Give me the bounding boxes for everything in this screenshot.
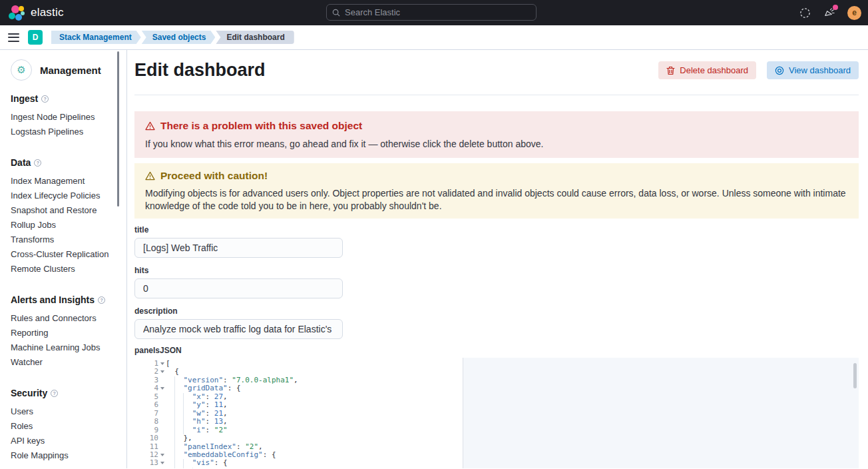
code-text: { (165, 368, 179, 376)
code-text: "colors": { (165, 468, 250, 468)
header-divider (134, 95, 859, 95)
menu-icon[interactable] (8, 33, 19, 42)
trash-icon (666, 66, 675, 75)
field-label: hits (134, 266, 859, 276)
line-number: 8 (134, 418, 165, 426)
sidebar-item-cross-cluster-replication[interactable]: Cross-Cluster Replication (11, 247, 121, 262)
warning-callout: Proceed with caution! Modifying objects … (134, 163, 859, 219)
code-line: 10}, (134, 434, 859, 442)
line-number: 5 (134, 393, 165, 401)
code-line: 14"colors": { (134, 468, 859, 468)
header-actions: e (798, 0, 861, 25)
user-avatar[interactable]: e (847, 6, 861, 20)
code-text: "gridData": { (165, 384, 241, 392)
sidebar-item-logstash-pipelines[interactable]: Logstash Pipelines (11, 125, 121, 139)
fold-arrow-icon[interactable] (160, 362, 164, 365)
field-label: title (134, 225, 859, 235)
sidebar-item-roles[interactable]: Roles (11, 419, 121, 434)
fold-arrow-icon[interactable] (160, 462, 164, 464)
sidebar-section-security: Security?UsersRolesAPI keysRole Mappings (11, 387, 121, 463)
code-text: }, (165, 434, 192, 442)
notification-dot (833, 5, 838, 10)
code-line: 3"version": "7.0.0-alpha1", (134, 376, 859, 384)
code-line: 9"i": "2" (134, 426, 859, 434)
line-number: 4 (134, 384, 165, 392)
sidebar-item-role-mappings[interactable]: Role Mappings (11, 448, 121, 463)
code-line: 8"h": 13, (134, 418, 859, 426)
brand-name: elastic (31, 6, 64, 19)
space-badge[interactable]: D (28, 30, 43, 45)
sidebar-header: ⚙ Management (11, 59, 121, 81)
sidebar-item-index-management[interactable]: Index Management (11, 174, 121, 189)
error-callout-title: There is a problem with this saved objec… (160, 120, 362, 132)
code-text: "i": "2" (165, 426, 228, 434)
sidebar-item-reporting[interactable]: Reporting (11, 326, 121, 340)
line-number: 10 (134, 434, 165, 442)
sidebar-section-ingest: Ingest?Ingest Node PipelinesLogstash Pip… (11, 93, 121, 139)
view-dashboard-button[interactable]: View dashboard (767, 61, 859, 79)
error-callout: There is a problem with this saved objec… (134, 111, 859, 158)
hits-input[interactable] (134, 278, 343, 298)
code-line: 1[ (134, 360, 859, 368)
alert-icon (145, 121, 155, 131)
sidebar-item-transforms[interactable]: Transforms (11, 233, 121, 247)
help-icon: ? (98, 296, 105, 304)
fold-arrow-icon[interactable] (160, 387, 164, 390)
sidebar-item-ingest-node-pipelines[interactable]: Ingest Node Pipelines (11, 110, 121, 125)
description-input[interactable] (134, 319, 343, 339)
sidebar-item-snapshot-and-restore[interactable]: Snapshot and Restore (11, 203, 121, 218)
sidebar-scrollbar[interactable] (117, 51, 119, 207)
line-number: 2 (134, 368, 165, 376)
error-callout-body: If you know what this error means, go ah… (145, 139, 848, 150)
help-icon[interactable] (798, 6, 811, 19)
section-heading: Alerts and Insights? (11, 294, 121, 306)
panelsjson-code-editor[interactable]: 1[2{3"version": "7.0.0-alpha1",4"gridDat… (134, 358, 859, 468)
help-icon: ? (34, 159, 41, 167)
sidebar-item-api-keys[interactable]: API keys (11, 434, 121, 448)
code-text: "h": 13, (165, 418, 228, 426)
kibana-app: elastic e (0, 0, 868, 469)
code-line: 5"x": 27, (134, 393, 859, 401)
sidebar-item-remote-clusters[interactable]: Remote Clusters (11, 262, 121, 276)
warning-callout-title: Proceed with caution! (160, 170, 268, 182)
sidebar-item-rollup-jobs[interactable]: Rollup Jobs (11, 218, 121, 233)
warning-icon (145, 171, 155, 181)
warning-callout-body: Modifying objects is for advanced users … (145, 187, 848, 213)
breadcrumb-saved-objects[interactable]: Saved objects (142, 31, 216, 44)
field-row-hits: hits (134, 266, 859, 298)
sidebar-item-rules-and-connectors[interactable]: Rules and Connectors (11, 311, 121, 326)
fold-arrow-icon[interactable] (160, 454, 164, 456)
sidebar-item-watcher[interactable]: Watcher (11, 355, 121, 370)
section-heading: Security? (11, 387, 121, 399)
breadcrumb: Stack ManagementSaved objectsEdit dashbo… (51, 31, 295, 44)
eye-icon (775, 66, 784, 75)
help-icon: ? (51, 390, 58, 397)
sidebar-item-users[interactable]: Users (11, 404, 121, 419)
sidebar-item-index-lifecycle-policies[interactable]: Index Lifecycle Policies (11, 189, 121, 203)
delete-dashboard-button[interactable]: Delete dashboard (658, 61, 756, 79)
code-text: [ (165, 360, 170, 368)
newsfeed-icon[interactable] (823, 6, 836, 19)
field-row-description: description (134, 306, 859, 339)
breadcrumb-stack-management[interactable]: Stack Management (51, 31, 141, 44)
line-number: 3 (134, 376, 165, 384)
line-number: 1 (134, 360, 165, 368)
breadcrumb-bar: D Stack ManagementSaved objectsEdit dash… (0, 25, 868, 50)
breadcrumb-edit-dashboard[interactable]: Edit dashboard (216, 31, 294, 44)
panelsjson-label: panelsJSON (134, 346, 859, 356)
code-text: "y": 11, (165, 401, 228, 409)
fold-arrow-icon[interactable] (160, 370, 164, 373)
management-sidebar: ⚙ Management Ingest?Ingest Node Pipeline… (0, 50, 127, 468)
sidebar-item-machine-learning-jobs[interactable]: Machine Learning Jobs (11, 340, 121, 355)
editor-scrollbar[interactable] (853, 363, 857, 388)
field-label: description (134, 306, 859, 316)
global-search[interactable] (326, 4, 537, 21)
code-line: 7"w": 21, (134, 410, 859, 418)
title-input[interactable] (134, 238, 343, 258)
search-input[interactable] (345, 7, 531, 17)
elastic-logo[interactable]: elastic (8, 4, 64, 21)
code-line: 6"y": 11, (134, 401, 859, 409)
elastic-logo-icon (8, 4, 25, 21)
field-row-title: title (134, 225, 859, 258)
line-number: 7 (134, 410, 165, 418)
